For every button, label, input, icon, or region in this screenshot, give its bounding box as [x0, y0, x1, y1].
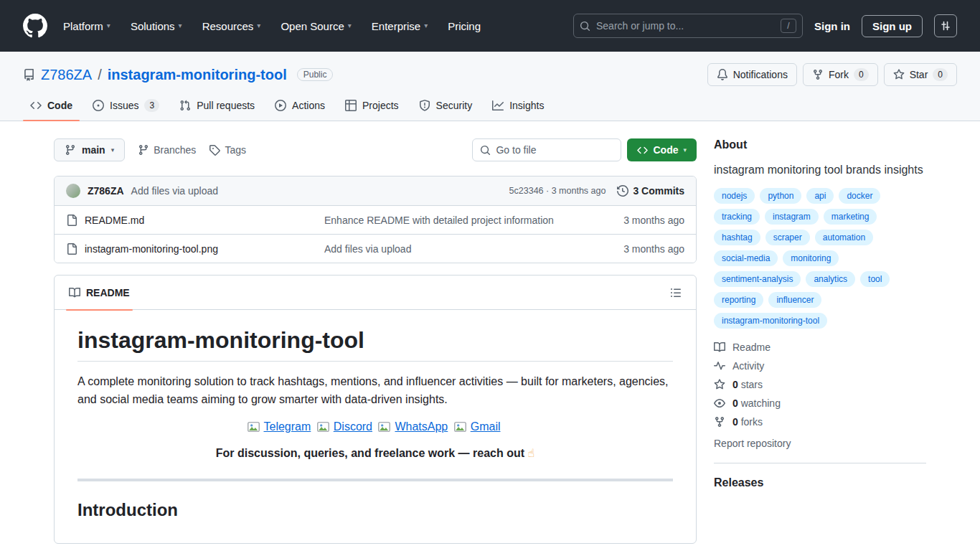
- table-row[interactable]: README.md Enhance README with detailed p…: [55, 205, 696, 234]
- list-unordered-icon: [670, 287, 682, 298]
- global-search[interactable]: /: [573, 14, 803, 38]
- table-row[interactable]: instagram-monitoring-tool.png Add files …: [55, 234, 696, 263]
- about-sidebar: About instagram monitoring tool brands i…: [714, 138, 926, 544]
- code-dropdown-button[interactable]: Code ▾: [627, 138, 697, 161]
- gmail-link[interactable]: Gmail: [471, 420, 501, 433]
- topic-tag[interactable]: monitoring: [783, 250, 839, 266]
- stars-meta-link[interactable]: 0 stars: [714, 379, 926, 390]
- commit-author-link[interactable]: Z786ZA: [88, 185, 124, 197]
- branches-link[interactable]: Branches: [138, 144, 196, 156]
- topic-tag[interactable]: analytics: [806, 271, 855, 287]
- file-commit-message[interactable]: Add files via upload: [324, 243, 591, 255]
- readme-meta-link[interactable]: Readme: [714, 342, 926, 353]
- tab-insights[interactable]: Insights: [485, 99, 551, 121]
- pull-request-icon: [179, 100, 191, 111]
- history-icon: [617, 185, 628, 197]
- nav-item-open-source[interactable]: Open Source▾: [281, 20, 351, 32]
- slash-key-hint: /: [781, 19, 796, 33]
- activity-meta-link[interactable]: Activity: [714, 360, 926, 372]
- notifications-button[interactable]: Notifications: [707, 63, 797, 86]
- topic-tag[interactable]: instagram: [765, 209, 819, 225]
- file-commit-time: 3 months ago: [591, 215, 684, 226]
- branch-selector[interactable]: main ▾: [54, 138, 125, 161]
- git-branch-icon: [65, 144, 76, 156]
- topic-tag[interactable]: instagram-monitoring-tool: [714, 313, 827, 329]
- commit-message-link[interactable]: Add files via upload: [131, 185, 218, 197]
- nav-item-pricing[interactable]: Pricing: [448, 20, 481, 32]
- topic-tag[interactable]: python: [760, 188, 801, 204]
- nav-item-resources[interactable]: Resources▾: [202, 20, 261, 32]
- section-divider: [77, 479, 673, 481]
- tab-projects[interactable]: Projects: [338, 99, 406, 121]
- repo-header: Z786ZA / instagram-monitoring-tool Publi…: [0, 52, 980, 121]
- go-to-file[interactable]: [472, 138, 621, 161]
- breadcrumb-separator: /: [98, 67, 102, 83]
- nav-item-enterprise[interactable]: Enterprise▾: [372, 20, 428, 32]
- file-icon: [66, 215, 77, 226]
- discord-link[interactable]: Discord: [334, 420, 372, 433]
- search-icon: [480, 145, 491, 156]
- eye-icon: [714, 397, 725, 409]
- commit-hash-link[interactable]: 5c23346 · 3 months ago: [509, 186, 606, 196]
- nav-item-solutions[interactable]: Solutions▾: [131, 20, 182, 32]
- topic-tag[interactable]: api: [806, 188, 834, 204]
- sign-up-button[interactable]: Sign up: [862, 15, 923, 37]
- readme-title: instagram-monitoring-tool: [77, 321, 673, 362]
- topic-tag[interactable]: influencer: [768, 292, 821, 308]
- topic-tag[interactable]: marketing: [824, 209, 877, 225]
- tab-security[interactable]: Security: [412, 99, 480, 121]
- broken-image-icon: [454, 422, 466, 432]
- topic-tag[interactable]: hashtag: [714, 230, 760, 245]
- topics-list: nodejs python api docker tracking instag…: [714, 188, 926, 329]
- git-branch-icon: [138, 144, 149, 156]
- topic-tag[interactable]: tracking: [714, 209, 760, 225]
- chevron-down-icon: ▾: [257, 22, 260, 29]
- star-button[interactable]: Star 0: [884, 63, 957, 86]
- avatar[interactable]: [66, 184, 80, 198]
- tab-pull-requests[interactable]: Pull requests: [172, 99, 262, 121]
- file-commit-message[interactable]: Enhance README with detailed project inf…: [324, 215, 591, 226]
- breadcrumb-owner[interactable]: Z786ZA: [41, 67, 92, 83]
- about-description: instagram monitoring tool brands insight…: [714, 161, 926, 178]
- topic-tag[interactable]: scraper: [765, 230, 810, 245]
- pulse-icon: [714, 360, 725, 372]
- telegram-link[interactable]: Telegram: [264, 420, 311, 433]
- whatsapp-link[interactable]: WhatsApp: [395, 420, 448, 433]
- readme-tab[interactable]: README: [66, 276, 133, 310]
- topic-tag[interactable]: automation: [815, 230, 873, 245]
- broken-image-icon: [378, 422, 390, 432]
- topic-tag[interactable]: docker: [839, 188, 880, 204]
- forks-meta-link[interactable]: 0 forks: [714, 416, 926, 428]
- fork-button[interactable]: Fork 0: [803, 63, 878, 86]
- graph-icon: [492, 100, 504, 111]
- topic-tag[interactable]: tool: [860, 271, 890, 287]
- breadcrumb-repo-name[interactable]: instagram-monitoring-tool: [108, 67, 287, 83]
- tab-actions[interactable]: Actions: [268, 99, 332, 121]
- topic-tag[interactable]: reporting: [714, 292, 763, 308]
- sign-in-link[interactable]: Sign in: [814, 20, 850, 32]
- shield-icon: [419, 100, 430, 111]
- file-name-link[interactable]: README.md: [85, 215, 144, 226]
- star-icon: [714, 379, 725, 390]
- tab-code[interactable]: Code: [23, 99, 80, 121]
- tab-issues[interactable]: Issues 3: [85, 99, 166, 121]
- go-to-file-input[interactable]: [496, 144, 613, 156]
- broken-image-icon: [317, 422, 329, 432]
- toc-button[interactable]: [667, 284, 684, 301]
- github-logo-icon[interactable]: [23, 14, 47, 38]
- nav-item-platform[interactable]: Platform▾: [63, 20, 110, 32]
- watching-meta-link[interactable]: 0 watching: [714, 397, 926, 409]
- topic-tag[interactable]: nodejs: [714, 188, 755, 204]
- search-input[interactable]: [596, 20, 775, 32]
- cta-line: For discussion, queries, and freelance w…: [77, 446, 673, 460]
- appearance-settings-button[interactable]: [934, 14, 957, 37]
- chevron-down-icon: ▾: [424, 22, 428, 29]
- book-icon: [714, 342, 725, 353]
- topic-tag[interactable]: sentiment-analysis: [714, 271, 801, 287]
- play-icon: [275, 100, 286, 111]
- tags-link[interactable]: Tags: [209, 144, 246, 156]
- file-name-link[interactable]: instagram-monitoring-tool.png: [85, 243, 218, 255]
- report-repository-link[interactable]: Report repository: [714, 438, 791, 449]
- commit-history-link[interactable]: 3 Commits: [617, 185, 684, 197]
- topic-tag[interactable]: social-media: [714, 250, 778, 266]
